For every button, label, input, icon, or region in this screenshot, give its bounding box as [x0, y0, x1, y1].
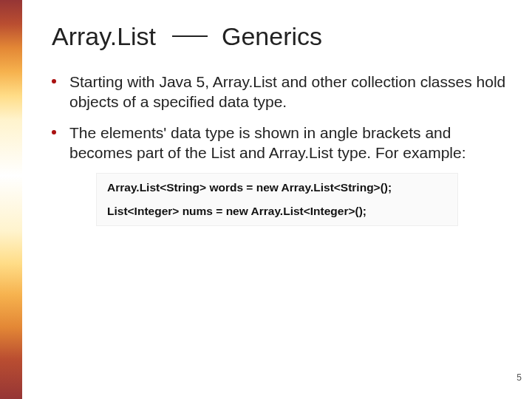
bullet-text: Starting with Java 5, Array.List and oth… [69, 72, 510, 112]
code-line: Array.List<String> words = new Array.Lis… [107, 181, 447, 194]
page-number: 5 [516, 372, 522, 383]
bullet-list: Starting with Java 5, Array.List and oth… [52, 72, 510, 163]
accent-bar [0, 0, 22, 399]
slide-content: Array.List Generics Starting with Java 5… [52, 22, 510, 226]
bullet-icon [52, 79, 56, 83]
bullet-icon [52, 130, 56, 134]
list-item: Starting with Java 5, Array.List and oth… [52, 72, 510, 112]
title-part-2: Generics [222, 22, 322, 50]
list-item: The elements' data type is shown in angl… [52, 123, 510, 163]
title-part-1: Array.List [52, 22, 156, 50]
slide-title: Array.List Generics [52, 22, 510, 51]
em-dash-icon [172, 35, 208, 37]
code-line: List<Integer> nums = new Array.List<Inte… [107, 205, 447, 218]
bullet-text: The elements' data type is shown in angl… [69, 123, 510, 163]
code-example-block: Array.List<String> words = new Array.Lis… [96, 173, 458, 226]
